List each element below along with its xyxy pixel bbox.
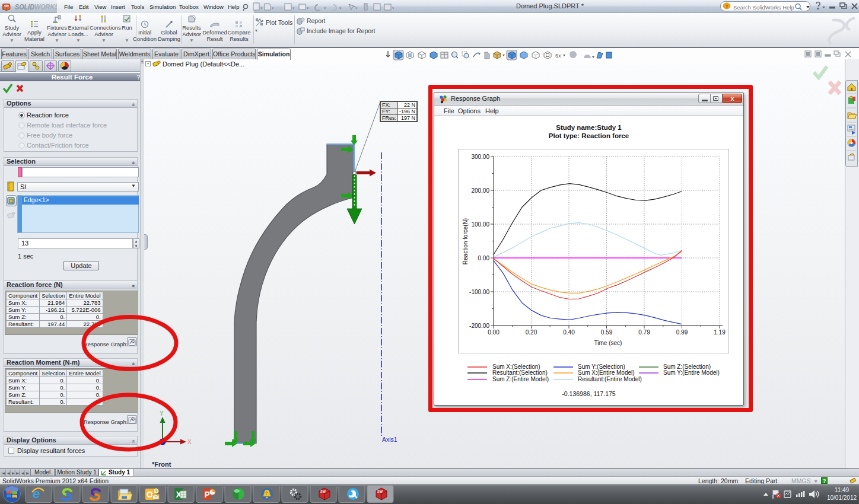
svg-text:SW: SW xyxy=(377,490,383,493)
svg-text:▾: ▾ xyxy=(339,6,342,10)
svg-text:▾: ▾ xyxy=(324,6,326,10)
svg-text:O: O xyxy=(147,490,153,499)
svg-text:?: ? xyxy=(726,4,728,9)
svg-text:▶|: ▶| xyxy=(16,471,20,475)
svg-text:P: P xyxy=(205,490,210,499)
svg-text:▾: ▾ xyxy=(292,6,295,10)
svg-text:◀: ◀ xyxy=(21,471,24,475)
svg-text:?: ? xyxy=(265,491,268,495)
svg-text:▶: ▶ xyxy=(12,471,15,475)
svg-text:▶: ▶ xyxy=(26,471,29,475)
svg-text:SW: SW xyxy=(4,4,9,8)
svg-text:Axis1: Axis1 xyxy=(382,436,397,443)
svg-text:X: X xyxy=(187,439,192,445)
svg-text:▾: ▾ xyxy=(260,6,263,10)
svg-text:|◀: |◀ xyxy=(2,471,6,475)
svg-text:◀: ◀ xyxy=(7,471,10,475)
svg-text:6x: 6x xyxy=(555,53,561,59)
svg-text:▾: ▾ xyxy=(307,6,309,10)
svg-text:▾: ▾ xyxy=(355,6,358,10)
svg-text:▾: ▾ xyxy=(392,6,394,10)
svg-text:SW: SW xyxy=(320,490,326,493)
svg-text:*Front: *Front xyxy=(152,461,171,468)
svg-text:▾: ▾ xyxy=(272,6,274,10)
